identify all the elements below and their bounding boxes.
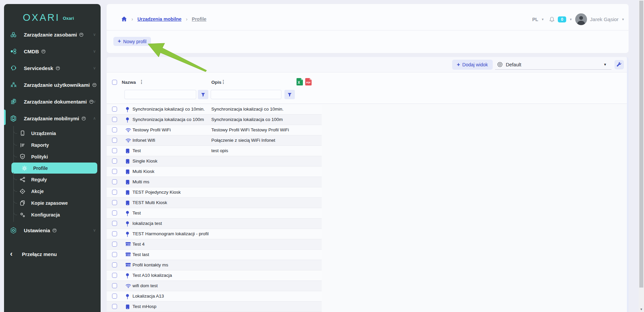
filter-input-nazwa[interactable] [124, 90, 196, 99]
table-row[interactable]: TEST Pojedynczy Kiosk [107, 187, 322, 198]
device-icon [125, 159, 130, 164]
sidebar-subitem-urządzenia[interactable]: Urządzenia [14, 127, 101, 139]
chevron-down-icon[interactable]: ▼ [622, 18, 625, 21]
row-checkbox[interactable] [112, 179, 117, 184]
filter-button-opis[interactable] [284, 90, 295, 99]
table-row[interactable]: Test [107, 208, 322, 219]
table-row[interactable]: wifi dom test [107, 281, 322, 291]
table-row[interactable]: TEST Harmonogram lokalizacji - profil [107, 229, 322, 239]
table-row[interactable]: Synchronizacja lokalizacja co 100mSynchr… [107, 115, 322, 125]
contact-card-icon [125, 252, 131, 257]
funnel-icon [201, 92, 205, 97]
sidebar-item-ustawienia[interactable]: Ustawienia∨ [4, 222, 101, 239]
row-checkbox[interactable] [112, 273, 117, 278]
row-checkbox[interactable] [112, 252, 117, 257]
collapse-menu-button[interactable]: ‹ Przełącz menu [4, 247, 101, 261]
notification-badge[interactable]: 0 [558, 16, 566, 22]
cell-nazwa: TEST Multi Kiosk [132, 198, 167, 208]
select-all-checkbox[interactable] [112, 80, 117, 85]
export-pdf-icon[interactable]: PDF [305, 78, 312, 87]
row-checkbox[interactable] [112, 210, 117, 215]
table-row[interactable]: Test last [107, 250, 322, 260]
table-row[interactable]: Multi Kiosk [107, 167, 322, 177]
sidebar-subitem-profile[interactable]: Profile [11, 163, 97, 174]
new-profile-button[interactable]: + Nowy profil [113, 37, 151, 46]
filter-input-opis[interactable] [211, 90, 281, 99]
table-row[interactable]: Synchronizacja lokalizacji co 10min.Sync… [107, 104, 322, 115]
cell-nazwa: Test last [132, 250, 149, 260]
column-menu-icon[interactable]: ⋮ [139, 79, 144, 84]
table-row[interactable]: Profil kontakty ms [107, 260, 322, 270]
row-checkbox[interactable] [112, 127, 117, 132]
row-checkbox[interactable] [112, 200, 117, 205]
row-checkbox[interactable] [112, 138, 117, 143]
sidebar-subitem-reguły[interactable]: Reguły [14, 174, 101, 185]
sidebar-item-zarządzanie-mobilnymi[interactable]: Zarządzanie mobilnymi∧ [4, 110, 101, 127]
view-select[interactable]: Default ▼ [495, 60, 611, 70]
table-row[interactable]: Test mHosp [107, 302, 322, 312]
table-row[interactable]: Test A10 lokalizacja [107, 270, 322, 281]
table-row[interactable]: Lokalizacja A13 [107, 291, 322, 302]
table-row[interactable]: Testtest opis [107, 146, 322, 156]
scrollbar-thumb[interactable] [639, 1, 643, 288]
row-checkbox[interactable] [112, 221, 117, 226]
breadcrumb-separator: › [131, 16, 133, 22]
sidebar-subitem-akcje[interactable]: Akcje [14, 185, 101, 197]
filter-button-nazwa[interactable] [198, 90, 208, 99]
sidebar-subitem-polityki[interactable]: Polityki [14, 151, 101, 163]
table-row[interactable]: Testowy Profil WiFiTestowy Profil WiFi T… [107, 125, 322, 135]
cmdb-icon [9, 48, 18, 55]
column-menu-icon[interactable]: ⋮ [221, 79, 226, 84]
table-row[interactable]: lokalizacja test [107, 219, 322, 229]
row-checkbox[interactable] [112, 169, 117, 174]
sidebar-subitem-raporty[interactable]: Raporty [14, 139, 101, 151]
sidebar-subitem-label: Polityki [31, 154, 48, 160]
chevron-down-icon[interactable]: ▼ [541, 18, 544, 21]
table-settings-button[interactable] [614, 60, 624, 69]
row-checkbox[interactable] [112, 262, 117, 267]
chevron-down-icon[interactable]: ▼ [569, 18, 572, 21]
wifi-icon [125, 138, 131, 143]
avatar[interactable] [575, 13, 587, 25]
breadcrumb-link-urzadzenia-mobilne[interactable]: Urządzenia mobilne [138, 16, 181, 22]
home-icon[interactable] [121, 16, 127, 22]
add-view-button[interactable]: + Dodaj widok [452, 60, 493, 70]
sidebar-subitem-kopie-zapasowe[interactable]: Kopie zapasowe [14, 197, 101, 209]
row-checkbox[interactable] [112, 148, 117, 153]
row-checkbox[interactable] [112, 231, 117, 236]
row-checkbox[interactable] [112, 283, 117, 288]
row-checkbox[interactable] [112, 117, 117, 122]
sidebar-item-zarządzanie-użytkownikami[interactable]: Zarządzanie użytkownikami∨ [4, 76, 101, 93]
row-checkbox[interactable] [112, 304, 117, 309]
sidebar-item-servicedesk[interactable]: Servicedesk∨ [4, 60, 101, 76]
row-checkbox[interactable] [112, 190, 117, 195]
table-row[interactable]: TEST Multi Kiosk [107, 198, 322, 208]
scrollbar-down-arrow[interactable]: ▼ [639, 308, 644, 311]
bell-icon[interactable] [549, 16, 555, 22]
row-checkbox[interactable] [112, 107, 117, 112]
table-row[interactable]: Test 4 [107, 239, 322, 250]
gauge-icon [41, 49, 46, 54]
device-icon [125, 190, 130, 195]
cell-nazwa: Test [132, 208, 141, 218]
cell-nazwa: Profil kontakty ms [132, 260, 168, 270]
sidebar-item-label: Zarządzanie użytkownikami [24, 82, 90, 88]
row-checkbox[interactable] [112, 294, 117, 299]
sidebar-item-label: Servicedesk [24, 65, 53, 71]
table-row[interactable]: Infonet WifiPołączenie z siecią WiFi Inf… [107, 135, 322, 146]
table-row[interactable]: Multi ms [107, 177, 322, 187]
table-row[interactable]: Single Kiosk [107, 156, 322, 167]
row-checkbox[interactable] [112, 242, 117, 247]
language-selector[interactable]: PL [532, 17, 538, 22]
export-excel-icon[interactable]: X [297, 78, 303, 87]
column-header-opis[interactable]: Opis [211, 80, 221, 85]
row-checkbox[interactable] [112, 159, 117, 164]
column-header-nazwa[interactable]: Nazwa [122, 80, 136, 85]
sidebar-item-zarządzanie-zasobami[interactable]: Zarządzanie zasobami∨ [4, 26, 101, 43]
page-scrollbar[interactable]: ▼ [639, 0, 644, 312]
sidebar-item-zarządzanie-dokumentami[interactable]: Zarządzanie dokumentami∨ [4, 93, 101, 110]
sidebar-subitem-konfiguracja[interactable]: Konfiguracja [14, 209, 101, 221]
sidebar-item-label: Zarządzanie zasobami [24, 32, 77, 38]
sidebar-item-cmdb[interactable]: CMDB∨ [4, 43, 101, 60]
user-name[interactable]: Jarek Gąsior [590, 16, 619, 22]
